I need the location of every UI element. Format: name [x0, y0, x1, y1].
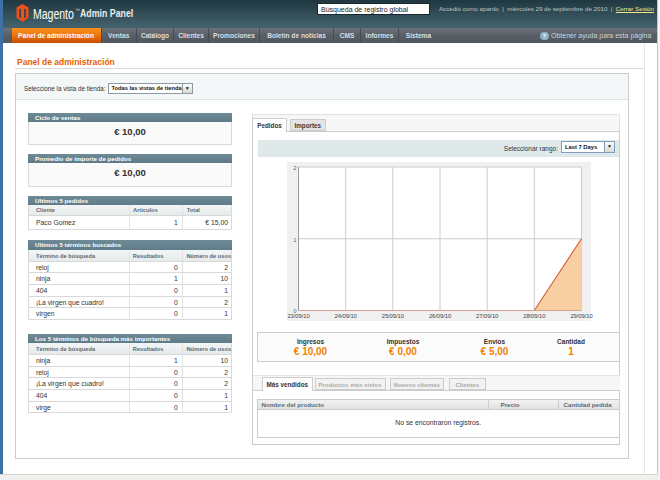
- svg-text:26/09/10: 26/09/10: [429, 313, 451, 319]
- svg-text:27/09/10: 27/09/10: [476, 313, 498, 319]
- svg-text:29/09/10: 29/09/10: [570, 313, 592, 319]
- svg-text:23/09/10: 23/09/10: [287, 313, 309, 319]
- svg-text:28/09/10: 28/09/10: [523, 313, 545, 319]
- svg-text:24/09/10: 24/09/10: [335, 313, 357, 319]
- svg-text:25/09/10: 25/09/10: [382, 313, 404, 319]
